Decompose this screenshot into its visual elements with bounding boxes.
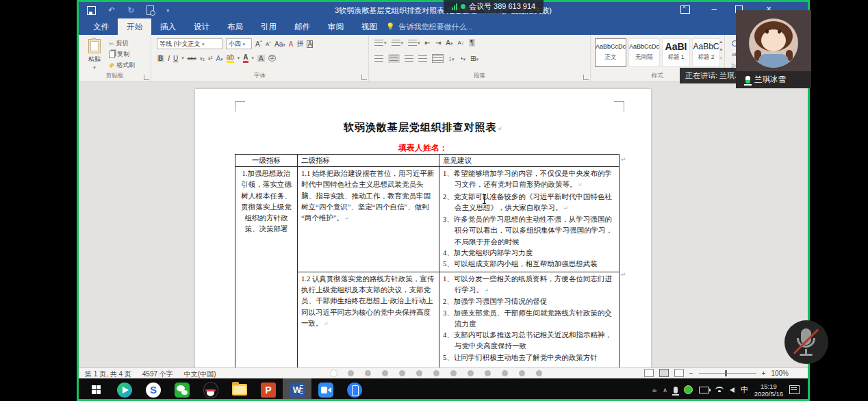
grow-font-icon[interactable]: Aˆ — [255, 40, 262, 48]
font-size-select[interactable]: 小四 ▾ — [226, 38, 252, 49]
tab-insert[interactable]: 插入 — [151, 18, 185, 35]
shading-icon[interactable]: ◔▾ — [459, 55, 466, 62]
word-count[interactable]: 4597 个字 — [142, 370, 173, 379]
asian-layout-icon[interactable]: A▾ — [446, 39, 452, 47]
tab-mailings[interactable]: 邮件 — [285, 18, 319, 35]
minimize-button[interactable]: – — [708, 3, 720, 14]
styles-more-icon[interactable]: ▿ — [719, 55, 722, 61]
style-normal[interactable]: AaBbCcDc 正文 — [595, 38, 626, 67]
styles-up-icon[interactable]: ▴ — [719, 39, 722, 44]
subscript-button[interactable]: x₂ — [200, 55, 205, 62]
taskbar-file-explorer[interactable] — [225, 378, 254, 401]
participant-video-panel[interactable]: 兰琪冰雪 — [736, 10, 811, 88]
language-indicator[interactable]: 中文(中国) — [184, 370, 216, 379]
show-marks-icon[interactable]: ¶ — [469, 39, 475, 47]
style-no-spacing[interactable]: AaBbCcDc 无间隔 — [628, 38, 660, 67]
align-left-icon[interactable] — [374, 55, 383, 62]
meeting-id-badge[interactable]: 会议号 389 613 914 — [444, 0, 544, 13]
font-color-icon[interactable]: A — [243, 53, 248, 63]
tab-layout[interactable]: 布局 — [218, 18, 252, 35]
highlight-caret-icon[interactable]: ▾ — [238, 55, 240, 61]
clipboard-dialog-launcher[interactable] — [144, 75, 149, 80]
zoom-level[interactable]: 100% — [771, 370, 789, 377]
highlight-color-icon[interactable]: ab — [227, 53, 234, 63]
font-name-select[interactable]: 等线 (中文正文 ▾ — [157, 38, 222, 49]
taskbar-tencent-meeting[interactable] — [311, 378, 340, 401]
styles-down-icon[interactable]: ▾ — [719, 47, 722, 53]
char-shading-icon[interactable]: A — [257, 55, 265, 62]
action-center-icon[interactable] — [789, 385, 800, 394]
underline-button[interactable]: U — [173, 55, 178, 62]
decrease-indent-icon[interactable]: ⇤ — [425, 39, 431, 47]
tray-app-icon[interactable] — [684, 385, 693, 394]
bold-button[interactable]: B — [157, 55, 164, 62]
sort-icon[interactable]: A↓ — [458, 40, 464, 46]
increase-indent-icon[interactable]: ⇥ — [435, 39, 441, 47]
shrink-font-icon[interactable]: Aˇ — [266, 41, 271, 47]
tab-file[interactable]: 文件 — [84, 18, 118, 35]
align-right-icon[interactable] — [405, 55, 413, 62]
start-button[interactable] — [81, 378, 110, 401]
taskbar-qq[interactable] — [196, 378, 225, 401]
style-heading2[interactable]: AaBbC 标题 2 — [692, 38, 720, 67]
copy-button[interactable]: 复制 — [109, 50, 135, 59]
zoom-in-icon[interactable]: + — [762, 370, 766, 377]
speaker-icon[interactable] — [730, 387, 735, 393]
tray-microphone-icon[interactable] — [674, 387, 678, 393]
multilevel-list-icon[interactable]: ▾ — [408, 40, 420, 46]
format-painter-button[interactable]: 格式刷 — [109, 61, 135, 70]
change-case-icon[interactable]: Aa▾ — [275, 40, 285, 48]
italic-button[interactable]: I — [168, 55, 170, 62]
tell-me-box[interactable]: 告诉我您想要做什么... — [394, 18, 479, 35]
numbering-icon[interactable]: ▾ — [392, 40, 404, 46]
bullets-icon[interactable]: ▾ — [374, 40, 387, 46]
taskbar-word-active[interactable]: W — [283, 378, 311, 401]
clock[interactable]: 15:19 2020/5/16 — [754, 383, 783, 398]
line-spacing-icon[interactable]: ↕▾ — [448, 55, 455, 62]
ime-indicator[interactable]: 中 — [741, 385, 748, 395]
web-layout-icon[interactable] — [674, 369, 684, 377]
tab-design[interactable]: 设计 — [185, 18, 218, 35]
font-color-caret-icon[interactable]: ▾ — [252, 55, 255, 61]
wifi-icon[interactable] — [715, 387, 724, 393]
zoom-out-icon[interactable]: − — [689, 370, 693, 377]
read-mode-icon[interactable] — [644, 369, 654, 377]
ribbon-display-options-icon[interactable] — [680, 5, 690, 14]
tab-view[interactable]: 视图 — [353, 18, 386, 35]
enclose-characters-icon[interactable]: 字 — [268, 55, 276, 62]
font-dialog-launcher[interactable] — [361, 75, 367, 80]
char-border-icon[interactable]: A — [307, 40, 313, 48]
strikethrough-button[interactable]: abc — [188, 55, 196, 62]
paste-caret-icon[interactable]: ▾ — [93, 65, 96, 70]
tab-review[interactable]: 审阅 — [319, 18, 353, 35]
paragraph-dialog-launcher[interactable] — [583, 75, 589, 80]
align-center-icon[interactable] — [388, 54, 400, 63]
justify-icon[interactable] — [418, 55, 427, 62]
taskbar-phone-projection[interactable] — [340, 378, 369, 401]
distribute-icon[interactable] — [432, 54, 444, 63]
battery-icon[interactable] — [699, 387, 709, 393]
zoom-slider[interactable] — [699, 373, 756, 374]
page-indicator[interactable]: 第 1 页, 共 4 页 — [85, 370, 131, 379]
underline-caret-icon[interactable]: ▾ — [181, 55, 184, 61]
cut-button[interactable]: ✂ 剪切 — [109, 39, 135, 48]
superscript-button[interactable]: x² — [208, 55, 213, 62]
text-effects-icon[interactable]: A▾ — [216, 55, 222, 62]
hidden-icons-chevron[interactable]: ∧ — [663, 387, 667, 393]
taskbar-powerpoint[interactable]: P — [254, 378, 283, 401]
borders-icon[interactable]: ⊞▾ — [470, 55, 478, 62]
tab-home[interactable]: 开始 — [118, 18, 151, 35]
paste-button[interactable]: 粘贴 ▾ — [84, 39, 105, 66]
style-heading1[interactable]: AaBI 标题 1 — [662, 38, 690, 67]
people-icon[interactable]: ꮂ — [652, 386, 656, 394]
taskbar-wechat[interactable] — [168, 378, 196, 401]
clear-format-icon[interactable]: A — [289, 40, 294, 48]
taskbar-tencent-video[interactable] — [110, 378, 139, 401]
print-layout-icon[interactable] — [659, 369, 669, 377]
taskbar-sogou-browser[interactable]: S — [139, 378, 168, 401]
document-canvas[interactable]: 软弱涣散基层党组织排查对照表 填表人姓名： 一级指标 二级指标 意见建议 1.加… — [79, 82, 808, 367]
tab-references[interactable]: 引用 — [252, 18, 285, 35]
mute-button[interactable] — [784, 320, 828, 364]
phonetic-guide-icon[interactable]: 拼 — [296, 39, 303, 49]
zoom-slider-thumb[interactable] — [725, 370, 727, 376]
